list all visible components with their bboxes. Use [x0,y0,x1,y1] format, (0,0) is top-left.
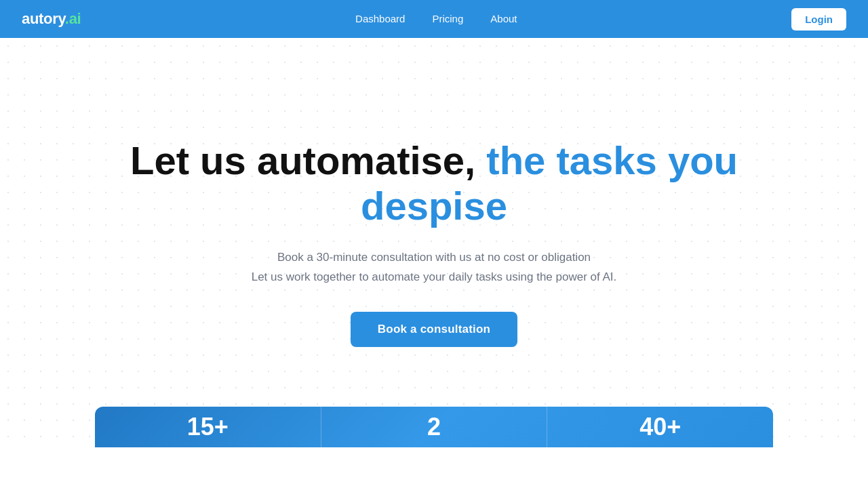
stat-item-2: 2 [321,407,548,447]
stat-value-1: 15+ [187,413,229,441]
hero-title-start: Let us automatise, [130,138,475,182]
stat-value-3: 40+ [639,413,681,441]
hero-content: Let us automatise, the tasks you despise… [102,138,766,346]
nav-item-about[interactable]: About [490,13,517,25]
navbar: autory.ai Dashboard Pricing About Login [0,0,868,38]
stat-item-1: 15+ [95,407,321,447]
hero-subtitle-line1: Book a 30-minute consultation with us at… [277,251,591,264]
logo-ai: ai [69,10,81,27]
nav-link-dashboard[interactable]: Dashboard [355,13,405,24]
login-button[interactable]: Login [791,8,846,30]
stats-strip: 15+ 2 40+ [95,407,773,447]
stat-value-2: 2 [427,413,441,441]
stat-item-3: 40+ [547,407,773,447]
nav-item-dashboard[interactable]: Dashboard [355,13,405,25]
book-consultation-button[interactable]: Book a consultation [351,312,517,347]
hero-section: Let us automatise, the tasks you despise… [0,38,868,447]
nav-link-pricing[interactable]: Pricing [432,13,463,24]
nav-link-about[interactable]: About [490,13,517,24]
logo[interactable]: autory.ai [22,10,81,28]
logo-autory: autory [22,10,65,27]
hero-subtitle-line2: Let us work together to automate your da… [252,270,617,283]
hero-title: Let us automatise, the tasks you despise [102,138,766,228]
nav-links: Dashboard Pricing About [355,13,517,25]
nav-item-pricing[interactable]: Pricing [432,13,463,25]
hero-subtitle: Book a 30-minute consultation with us at… [252,248,617,287]
